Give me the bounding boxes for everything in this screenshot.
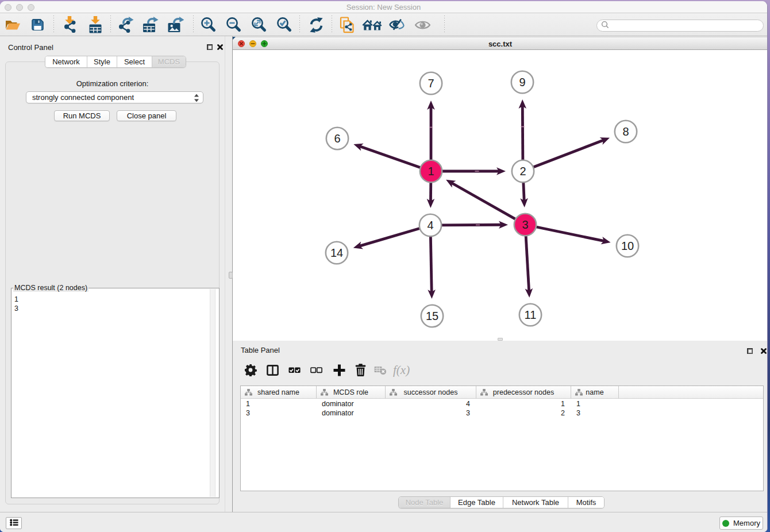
application-window: Session: New Session [0, 1, 768, 532]
main-toolbar [0, 13, 767, 36]
show-hidden-button[interactable] [410, 13, 435, 36]
zoom-fit-button[interactable] [247, 13, 272, 36]
table-panel-title: Table Panel [241, 346, 280, 354]
delete-table-button [370, 357, 391, 383]
show-all-networks-button[interactable] [360, 13, 385, 36]
svg-text:f(x): f(x) [393, 363, 410, 377]
column-type-icon [245, 389, 252, 398]
checked-boxes-icon [288, 367, 301, 374]
graph-node-label: 7 [428, 77, 434, 90]
toolbar-separator [444, 16, 445, 34]
zoom-selected-button[interactable] [272, 13, 297, 36]
eye-slash-icon [389, 19, 406, 30]
criterion-value: strongly connected component [32, 93, 134, 102]
column-label: MCDS role [333, 388, 368, 396]
zoom-fit-icon [251, 17, 267, 33]
table-row[interactable]: 3dominator323 [241, 408, 763, 418]
hide-selected-button[interactable] [384, 13, 410, 36]
column-header-MCDS-role[interactable]: MCDS role [317, 386, 386, 399]
apply-function-button: f(x) [392, 357, 413, 383]
graph-node-label: 11 [525, 309, 537, 321]
column-label: successor nodes [404, 388, 458, 396]
zoom-in-icon [201, 17, 217, 33]
graph-edge-4-14[interactable] [359, 228, 420, 246]
network-window-title: scc.txt [233, 37, 768, 51]
node-table: shared nameMCDS rolesuccessor nodesprede… [240, 385, 764, 491]
column-header-predecessor-nodes[interactable]: predecessor nodes [476, 386, 571, 399]
import-network-button[interactable] [57, 13, 83, 36]
tab-edge-table[interactable]: Edge Table [451, 497, 503, 508]
column-header-successor-nodes[interactable]: successor nodes [386, 386, 476, 399]
network-canvas[interactable]: 1234678910111415 [233, 50, 768, 341]
refresh-view-button[interactable] [303, 13, 329, 36]
table-cell: dominator [317, 408, 386, 418]
close-panel-icon[interactable] [217, 42, 223, 52]
table-panel: Table Panel f(x) shared nameMCDS rolesuc… [233, 341, 768, 512]
search-icon [601, 21, 609, 31]
toolbar-separator [332, 16, 332, 34]
show-all-columns-button[interactable] [284, 357, 305, 383]
table-cell: 2 [476, 408, 571, 418]
float-table-panel-icon[interactable] [747, 346, 753, 356]
split-icon [267, 365, 279, 376]
export-table-button[interactable] [138, 13, 163, 36]
tab-style[interactable]: Style [87, 56, 117, 67]
export-image-icon [168, 17, 184, 33]
task-history-button[interactable] [6, 517, 22, 529]
toolbar-separator [110, 16, 111, 34]
memory-button[interactable]: Memory [719, 516, 763, 530]
graph-edge-3-11[interactable] [526, 235, 529, 291]
import-table-button[interactable] [83, 13, 108, 36]
export-network-button[interactable] [113, 13, 138, 36]
graph-edge-2-9[interactable] [522, 106, 523, 161]
column-header-shared-name[interactable]: shared name [241, 386, 317, 399]
zoom-out-icon [226, 17, 242, 33]
duplicate-network-button[interactable] [334, 13, 360, 36]
tab-select[interactable]: Select [117, 56, 152, 67]
save-session-button[interactable] [25, 13, 50, 36]
tab-motifs[interactable]: Motifs [568, 497, 604, 508]
status-bar: Memory [0, 512, 767, 532]
trash-icon [355, 364, 366, 376]
graph-node-label: 3 [522, 218, 528, 231]
table-mode-button[interactable] [240, 357, 261, 383]
table-row[interactable]: 1dominator411 [241, 399, 763, 408]
graph-node-label: 4 [427, 219, 433, 232]
graph-edge-1-6[interactable] [360, 147, 421, 168]
toolbar-separator [299, 16, 300, 34]
graph-edge-3-1[interactable] [452, 183, 516, 219]
tab-network-table[interactable]: Network Table [503, 497, 568, 508]
window-titlebar: Session: New Session [0, 1, 767, 13]
close-panel-button[interactable]: Close panel [117, 110, 176, 121]
graph-edge-3-10[interactable] [536, 227, 605, 241]
graph-node-label: 14 [330, 246, 343, 259]
split-panel-button[interactable] [262, 357, 283, 383]
result-scrollbar[interactable] [210, 289, 215, 497]
open-session-button[interactable] [0, 13, 25, 36]
right-pane: scc.txt 1234678910111415 Table Panel f(x… [233, 36, 768, 512]
float-panel-icon[interactable] [207, 42, 213, 52]
split-divider-vertical[interactable] [225, 36, 233, 512]
graph-node-label: 2 [519, 165, 526, 178]
graph-edge-4-15[interactable] [430, 236, 432, 292]
column-header-name[interactable]: name [571, 386, 619, 399]
tab-node-table[interactable]: Node Table [399, 497, 451, 508]
tab-network[interactable]: Network [45, 56, 87, 67]
divider-grip[interactable] [229, 272, 233, 279]
graph-edge-4-3[interactable] [441, 225, 502, 225]
graph-edge-2-8[interactable] [533, 140, 603, 168]
run-mcds-button[interactable]: Run MCDS [54, 110, 110, 121]
criterion-dropdown[interactable]: strongly connected component [26, 91, 203, 103]
dropdown-arrows-icon [193, 93, 200, 105]
graph-edge-2-3[interactable] [523, 182, 524, 201]
delete-column-button[interactable] [350, 357, 371, 383]
hide-all-columns-button[interactable] [306, 357, 326, 383]
export-image-button[interactable] [163, 13, 188, 36]
search-input[interactable] [596, 20, 764, 32]
zoom-in-button[interactable] [196, 13, 221, 36]
create-column-button[interactable] [329, 357, 349, 383]
tab-mcds[interactable]: MCDS [152, 56, 186, 67]
close-table-panel-icon[interactable] [761, 346, 767, 356]
save-icon [30, 18, 44, 32]
zoom-out-button[interactable] [221, 13, 247, 36]
